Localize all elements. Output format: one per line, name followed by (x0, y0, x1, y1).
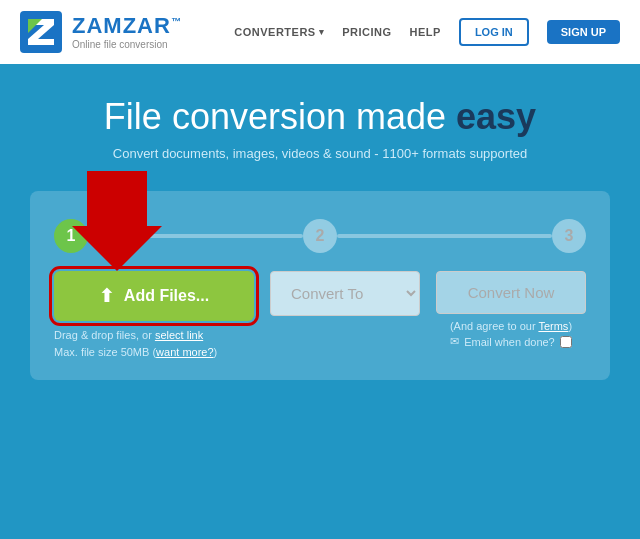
step-2-circle: 2 (303, 219, 337, 253)
email-row: ✉ Email when done? (450, 335, 572, 348)
login-button[interactable]: LOG IN (459, 18, 529, 46)
nav: CONVERTERS ▾ PRICING HELP LOG IN SIGN UP (234, 18, 620, 46)
convert-now-box: Convert Now (And agree to our Terms) ✉ E… (436, 271, 586, 348)
header: ZAMZAR™ Online file conversion CONVERTER… (0, 0, 640, 64)
hero-title: File conversion made easy (20, 96, 620, 138)
convert-now-button[interactable]: Convert Now (436, 271, 586, 314)
step-line-2 (337, 234, 552, 238)
logo-text: ZAMZAR™ Online file conversion (72, 15, 182, 50)
add-files-box: ⬆ Add Files... Drag & drop files, or sel… (54, 271, 254, 360)
nav-converters[interactable]: CONVERTERS ▾ (234, 26, 324, 38)
upload-icon: ⬆ (99, 285, 114, 307)
red-arrow (72, 171, 162, 275)
hero-subtitle: Convert documents, images, videos & soun… (20, 146, 620, 161)
logo-name: ZAMZAR™ (72, 15, 182, 37)
signup-button[interactable]: SIGN UP (547, 20, 620, 44)
step-3-circle: 3 (552, 219, 586, 253)
drag-drop-text: Drag & drop files, or select link Max. f… (54, 327, 254, 360)
logo-tagline: Online file conversion (72, 39, 182, 50)
nav-pricing[interactable]: PRICING (342, 26, 391, 38)
email-icon: ✉ (450, 335, 459, 348)
logo-area: ZAMZAR™ Online file conversion (20, 11, 182, 53)
convert-to-select[interactable]: Convert To (270, 271, 420, 316)
nav-help[interactable]: HELP (410, 26, 441, 38)
zamzar-logo-icon (20, 11, 62, 53)
hero-section: File conversion made easy Convert docume… (0, 64, 640, 181)
terms-link[interactable]: Terms (538, 320, 568, 332)
svg-marker-3 (72, 171, 162, 271)
convert-to-box: Convert To (270, 271, 420, 316)
converters-dropdown-arrow: ▾ (319, 27, 325, 37)
want-more-link[interactable]: want more? (156, 346, 213, 358)
email-checkbox[interactable] (560, 336, 572, 348)
add-files-button[interactable]: ⬆ Add Files... (54, 271, 254, 321)
convert-now-info: (And agree to our Terms) (450, 320, 572, 332)
select-link[interactable]: select link (155, 329, 203, 341)
action-row: ⬆ Add Files... Drag & drop files, or sel… (54, 271, 586, 360)
converter-section: 1 2 3 ⬆ Add Files... Drag & drop files, … (0, 181, 640, 400)
